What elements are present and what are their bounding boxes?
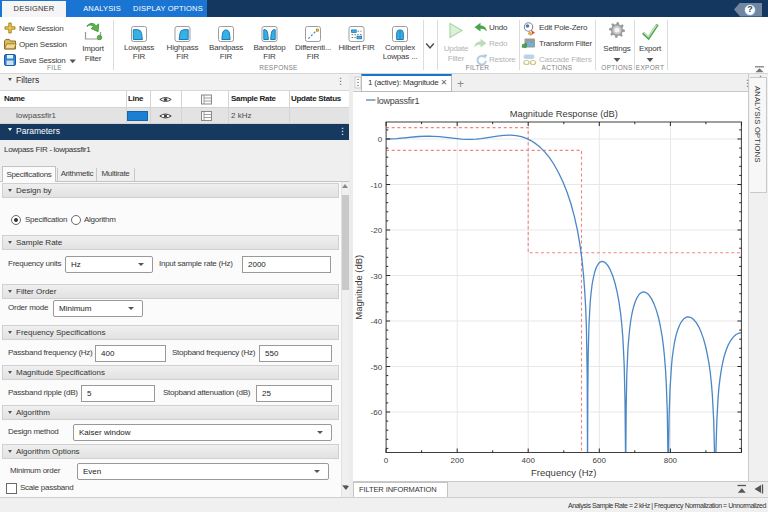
svg-text:Magnitude (dB): Magnitude (dB): [353, 255, 364, 320]
svg-text:-20: -20: [371, 226, 383, 235]
svg-text:-10: -10: [371, 181, 383, 190]
svg-text:Magnitude Response (dB): Magnitude Response (dB): [510, 109, 618, 119]
svg-text:0: 0: [378, 135, 383, 144]
svg-text:800: 800: [664, 456, 678, 465]
svg-text:-40: -40: [371, 317, 383, 326]
svg-text:400: 400: [522, 456, 536, 465]
svg-text:-30: -30: [371, 272, 383, 281]
svg-text:lowpassfir1: lowpassfir1: [377, 96, 420, 106]
svg-text:Frequency (Hz): Frequency (Hz): [531, 467, 596, 478]
svg-text:0: 0: [384, 456, 389, 465]
svg-text:600: 600: [593, 456, 607, 465]
svg-text:200: 200: [451, 456, 465, 465]
svg-text:-50: -50: [371, 363, 383, 372]
svg-text:-60: -60: [371, 408, 383, 417]
